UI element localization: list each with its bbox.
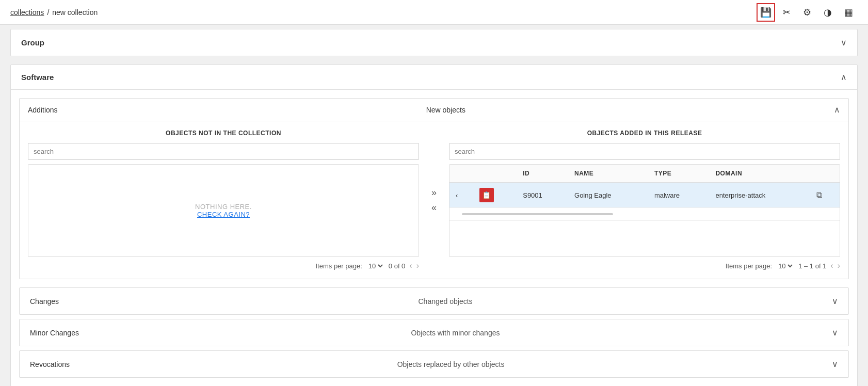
changes-label: Changes	[30, 297, 59, 305]
col-header-name: NAME	[568, 165, 648, 183]
minor-changes-chevron: ∨	[832, 328, 838, 337]
right-panel: OBJECTS ADDED IN THIS RELEASE ID NAME TY…	[441, 121, 848, 279]
additions-header[interactable]: Additions New objects ∧	[20, 99, 848, 121]
top-bar: collections / new collection 💾 ✂ ⚙ ◑ ▦	[0, 0, 868, 25]
col-header-type: TYPE	[648, 165, 710, 183]
right-panel-count: 1 – 1 of 1	[798, 262, 826, 270]
left-panel-count: 0 of 0	[389, 262, 406, 270]
col-header-link	[810, 165, 840, 183]
row-name: Going Eagle	[568, 183, 648, 208]
breadcrumb-separator: /	[47, 8, 49, 17]
software-section-header[interactable]: Software ∧	[11, 65, 857, 90]
software-section-title: Software	[21, 73, 54, 82]
revocations-description: Objects replaced by other objects	[397, 360, 505, 368]
items-per-page-label-left: Items per page:	[315, 262, 362, 270]
software-chevron: ∧	[841, 72, 847, 82]
back-arrow-button[interactable]: «	[431, 202, 437, 213]
software-section: Software ∧ Additions New objects ∧ OBJEC…	[10, 65, 858, 386]
settings-icon: ⚙	[803, 7, 811, 18]
scissors-button[interactable]: ✂	[777, 3, 796, 22]
left-search-input[interactable]	[28, 143, 419, 160]
row-domain: enterprise-attack	[709, 183, 810, 208]
group-section: Group ∨	[10, 29, 858, 56]
revocations-label: Revocations	[30, 360, 70, 368]
row-type: malware	[648, 183, 710, 208]
col-header-icon	[473, 165, 517, 183]
additions-chevron: ∧	[834, 105, 840, 115]
row-open-link[interactable]: ⧉	[810, 183, 840, 208]
changes-description: Changed objects	[418, 297, 472, 305]
right-panel-title: OBJECTS ADDED IN THIS RELEASE	[449, 130, 840, 137]
left-panel-list: NOTHING HERE. CHECK AGAIN?	[28, 164, 419, 257]
group-section-title: Group	[21, 38, 44, 47]
revocations-chevron: ∨	[832, 359, 838, 369]
items-per-page-select-right[interactable]: 10 25 50	[776, 262, 794, 270]
additions-label: Additions	[28, 106, 58, 114]
right-prev-button[interactable]: ‹	[830, 261, 833, 270]
minor-changes-row[interactable]: Minor Changes Objects with minor changes…	[19, 319, 849, 346]
additions-card: Additions New objects ∧ OBJECTS NOT IN T…	[19, 98, 849, 279]
revocations-row[interactable]: Revocations Objects replaced by other ob…	[19, 350, 849, 378]
scroll-bar-cell	[449, 208, 840, 221]
main-content: Group ∨ Software ∧ Additions New objects…	[0, 25, 868, 386]
contrast-icon: ◑	[824, 7, 832, 18]
forward-arrow-button[interactable]: »	[431, 187, 437, 198]
open-in-new-icon[interactable]: ⧉	[816, 190, 822, 199]
breadcrumb: collections / new collection	[10, 8, 98, 17]
col-header-select	[449, 165, 473, 183]
check-again-link[interactable]: CHECK AGAIN?	[197, 211, 250, 218]
items-per-page-select-left[interactable]: 10 25 50	[366, 262, 384, 270]
right-table-container: ID NAME TYPE DOMAIN ‹	[449, 164, 840, 257]
right-next-button[interactable]: ›	[838, 261, 840, 270]
left-next-button[interactable]: ›	[416, 261, 419, 270]
table-row[interactable]: ‹ 📋 S9001 Going Eagle malware enterprise…	[449, 183, 840, 208]
minor-changes-label: Minor Changes	[30, 329, 79, 337]
save-icon: 💾	[760, 7, 771, 18]
scissors-icon: ✂	[783, 7, 791, 18]
col-header-id: ID	[517, 165, 568, 183]
col-header-domain: DOMAIN	[709, 165, 810, 183]
right-search-input[interactable]	[449, 143, 840, 160]
row-back-btn[interactable]: ‹	[449, 183, 473, 208]
layout-button[interactable]: ▦	[839, 3, 858, 22]
left-prev-button[interactable]: ‹	[409, 261, 412, 270]
items-per-page-label-right: Items per page:	[726, 262, 772, 270]
left-panel-footer: Items per page: 10 25 50 0 of 0 ‹ ›	[28, 261, 419, 270]
row-icon-cell: 📋	[473, 183, 517, 208]
contrast-button[interactable]: ◑	[818, 3, 837, 22]
new-objects-label: New objects	[426, 106, 465, 114]
left-panel-title: OBJECTS NOT IN THE COLLECTION	[28, 130, 419, 137]
group-chevron: ∨	[841, 38, 847, 47]
additions-body: OBJECTS NOT IN THE COLLECTION NOTHING HE…	[20, 121, 848, 279]
scroll-indicator	[462, 213, 613, 215]
row-id: S9001	[517, 183, 568, 208]
group-section-header[interactable]: Group ∨	[11, 29, 857, 56]
save-button[interactable]: 💾	[757, 3, 775, 22]
changes-row[interactable]: Changes Changed objects ∨	[19, 287, 849, 315]
right-panel-footer: Items per page: 10 25 50 1 – 1 of 1 ‹ ›	[449, 261, 840, 270]
breadcrumb-current: new collection	[52, 8, 98, 17]
minor-changes-description: Objects with minor changes	[411, 329, 500, 337]
arrow-column: » «	[427, 121, 441, 279]
changes-chevron: ∨	[832, 296, 838, 306]
breadcrumb-parent[interactable]: collections	[10, 8, 44, 17]
object-type-icon: 📋	[479, 188, 494, 202]
left-panel: OBJECTS NOT IN THE COLLECTION NOTHING HE…	[20, 121, 427, 279]
objects-table: ID NAME TYPE DOMAIN ‹	[449, 165, 840, 221]
table-header-row: ID NAME TYPE DOMAIN	[449, 165, 840, 183]
top-actions: 💾 ✂ ⚙ ◑ ▦	[757, 3, 858, 22]
layout-icon: ▦	[844, 7, 853, 18]
scroll-bar-row	[449, 208, 840, 221]
settings-button[interactable]: ⚙	[798, 3, 816, 22]
nothing-here-text: NOTHING HERE.	[195, 203, 252, 211]
